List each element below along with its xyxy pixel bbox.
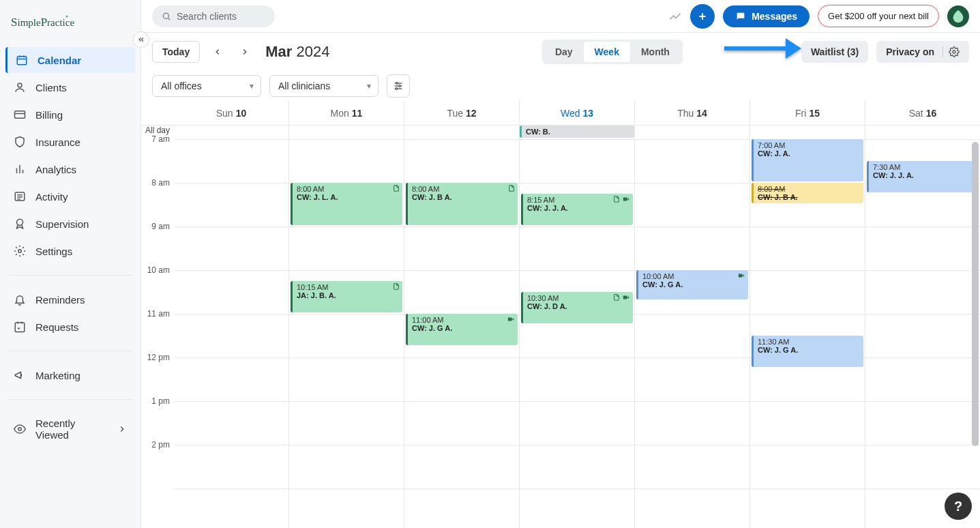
calendar-event[interactable]: 11:30 AMCW: J. G A. (752, 336, 863, 367)
help-button[interactable]: ? (945, 493, 972, 520)
calendar-event[interactable]: 7:30 AMCW: J. J. A. (867, 161, 979, 192)
brand-logo: SimplePractice (0, 8, 140, 42)
sidebar-item-clients[interactable]: Clients (5, 74, 135, 100)
privacy-button[interactable]: Privacy on (876, 41, 969, 63)
allday-cell[interactable] (634, 126, 749, 139)
user-avatar[interactable] (947, 5, 969, 27)
sidebar-item-label: Analytics (35, 164, 76, 175)
next-week-button[interactable] (235, 42, 254, 61)
allday-cell[interactable] (174, 126, 288, 139)
bell-icon (14, 293, 26, 306)
search-input[interactable]: Search clients (152, 5, 275, 27)
day-column[interactable]: 8:00 AMCW: J. L. A.10:15 AMJA: J. B. A. (288, 139, 404, 528)
calendar-event[interactable]: 8:00 AMCW: J. B A. (752, 183, 863, 203)
calendar-event[interactable]: 8:00 AMCW: J. L. A. (291, 183, 402, 225)
day-column[interactable] (174, 139, 288, 528)
allday-cell[interactable]: CW: B. (519, 126, 634, 139)
day-column[interactable]: 10:00 AMCW: J. G A. (634, 139, 749, 528)
allday-cell[interactable] (749, 126, 865, 139)
calendar-icon (16, 54, 28, 66)
add-button[interactable] (690, 4, 715, 29)
scrollbar[interactable] (972, 142, 979, 446)
svg-marker-34 (512, 318, 514, 320)
search-icon (162, 12, 171, 21)
svg-point-6 (18, 83, 22, 87)
calendar-event[interactable]: 8:15 AMCW: J. J. A. (521, 194, 633, 225)
svg-point-16 (17, 219, 23, 225)
sidebar-item-settings[interactable]: Settings (5, 238, 135, 264)
sidebar-item-insurance[interactable]: Insurance (5, 129, 135, 155)
clinicians-select[interactable]: All clinicians (269, 75, 378, 97)
hour-label: 2 pm (151, 440, 170, 450)
sidebar-item-label: Clients (35, 82, 67, 93)
sidebar-collapse-button[interactable] (133, 31, 149, 48)
calendar-event[interactable]: 7:00 AMCW: J. A. (752, 139, 863, 181)
allday-cell[interactable] (288, 126, 404, 139)
svg-rect-18 (15, 323, 25, 332)
promo-button[interactable]: Get $200 off your next bill (818, 5, 939, 27)
sidebar-item-activity[interactable]: Activity (5, 184, 135, 209)
sidebar-item-calendar[interactable]: Calendar (5, 47, 135, 73)
day-header[interactable]: Fri 15 (749, 101, 865, 125)
sidebar-item-label: Requests (35, 321, 78, 333)
person-icon (14, 81, 26, 93)
gear-icon[interactable] (942, 46, 960, 57)
sidebar-item-label: Reminders (35, 294, 85, 306)
sidebar-item-requests[interactable]: Requests (5, 314, 135, 340)
sidebar-item-reminders[interactable]: Reminders (5, 287, 135, 312)
day-column[interactable]: 8:00 AMCW: J. B A.11:00 AMCW: J. G A. (404, 139, 519, 528)
offices-select[interactable]: All offices (152, 75, 261, 97)
svg-line-23 (168, 18, 170, 20)
svg-rect-39 (739, 274, 743, 278)
day-header[interactable]: Sun 10 (174, 101, 288, 125)
topbar: Search clients Messages Get $200 off you… (141, 0, 980, 33)
day-header[interactable]: Mon 11 (288, 101, 404, 125)
allday-event[interactable]: CW: B. (520, 126, 634, 138)
svg-point-32 (396, 88, 398, 90)
calendar-toolbar: Today Mar 2024 Day Week Month Waitlist (… (141, 33, 980, 71)
day-header[interactable]: Thu 14 (634, 101, 749, 125)
allday-cell[interactable] (865, 126, 980, 139)
day-column[interactable]: 7:30 AMCW: J. J. A. (865, 139, 980, 528)
svg-point-31 (399, 85, 401, 87)
sidebar-recent-label: Recently Viewed (35, 417, 108, 441)
allday-cell[interactable] (404, 126, 519, 139)
day-header[interactable]: Sat 16 (865, 101, 980, 125)
hour-label: 9 am (151, 222, 170, 231)
sidebar-item-analytics[interactable]: Analytics (5, 156, 135, 182)
shield-icon (14, 136, 26, 148)
analytics-icon[interactable] (668, 10, 682, 23)
sidebar-item-supervision[interactable]: Supervision (5, 211, 135, 237)
sidebar-item-marketing[interactable]: Marketing (5, 362, 135, 388)
day-column[interactable]: 8:15 AMCW: J. J. A.10:30 AMCW: J. D A. (519, 139, 634, 528)
sidebar-item-label: Supervision (35, 218, 89, 230)
svg-marker-40 (743, 274, 745, 276)
day-header[interactable]: Wed 13 (519, 101, 634, 125)
messages-button[interactable]: Messages (723, 5, 810, 27)
sidebar-recently-viewed[interactable]: Recently Viewed (5, 411, 135, 448)
calendar-event[interactable]: 10:00 AMCW: J. G A. (636, 270, 748, 299)
bars-icon (14, 163, 26, 175)
calendar-event[interactable]: 10:15 AMJA: J. B. A. (291, 281, 402, 312)
svg-marker-38 (627, 296, 629, 298)
view-day[interactable]: Day (544, 42, 584, 62)
calendar-event[interactable]: 11:00 AMCW: J. G A. (406, 314, 518, 345)
sidebar-item-label: Settings (35, 246, 72, 257)
day-header[interactable]: Tue 12 (404, 101, 519, 125)
calendar-event[interactable]: 8:00 AMCW: J. B A. (406, 183, 518, 225)
sidebar-item-label: Activity (35, 191, 68, 203)
prev-week-button[interactable] (208, 42, 227, 61)
calendar-event[interactable]: 10:30 AMCW: J. D A. (521, 292, 633, 323)
hour-label: 10 am (147, 265, 170, 275)
view-week[interactable]: Week (584, 42, 630, 62)
sidebar-item-label: Marketing (35, 370, 80, 381)
today-button[interactable]: Today (152, 41, 200, 63)
sidebar-item-billing[interactable]: Billing (5, 102, 135, 128)
day-column[interactable]: 7:00 AMCW: J. A.8:00 AMCW: J. B A.11:30 … (749, 139, 865, 528)
filter-settings-button[interactable] (387, 74, 410, 98)
waitlist-button[interactable]: Waitlist (3) (801, 41, 868, 63)
hour-label: 1 pm (151, 396, 170, 406)
hour-label: 12 pm (147, 353, 170, 362)
view-month[interactable]: Month (630, 42, 681, 62)
gear-icon (14, 245, 26, 257)
